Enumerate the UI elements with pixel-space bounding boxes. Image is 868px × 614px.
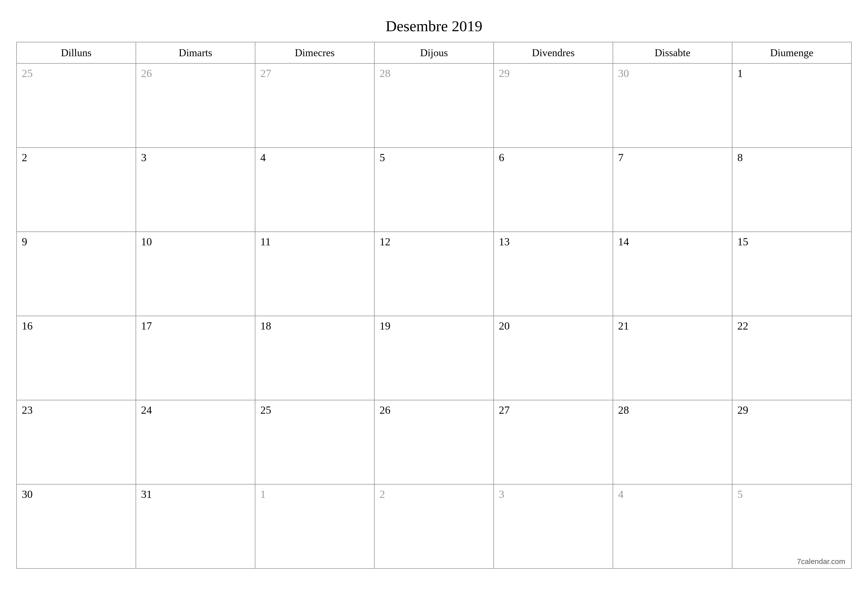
day-cell: 2 <box>17 148 136 232</box>
day-cell: 28 <box>374 64 494 148</box>
day-number: 25 <box>22 67 33 79</box>
day-number: 27 <box>499 404 510 416</box>
day-cell: 21 <box>613 316 732 400</box>
day-number: 13 <box>499 236 510 248</box>
day-number: 29 <box>737 404 748 416</box>
day-number: 31 <box>141 488 152 501</box>
week-row: 16171819202122 <box>17 316 851 400</box>
day-number: 28 <box>380 67 391 79</box>
day-number: 18 <box>260 320 271 332</box>
day-cell: 28 <box>613 400 732 484</box>
weekday-header: Dimarts <box>136 42 255 64</box>
weekday-header: Dijous <box>374 42 494 64</box>
day-cell: 5 <box>374 148 494 232</box>
weekday-header: Dissabte <box>613 42 732 64</box>
day-number: 2 <box>22 152 27 164</box>
day-cell: 2 <box>374 484 494 569</box>
day-cell: 27 <box>494 400 613 484</box>
day-cell: 22 <box>732 316 851 400</box>
weekday-header: Diumenge <box>732 42 851 64</box>
day-number: 6 <box>499 152 504 164</box>
day-cell: 1 <box>255 484 374 569</box>
day-cell: 3 <box>494 484 613 569</box>
day-cell: 10 <box>136 232 255 316</box>
day-cell: 57calendar.com <box>732 484 851 569</box>
day-number: 4 <box>618 488 623 501</box>
day-number: 2 <box>380 488 385 501</box>
day-cell: 17 <box>136 316 255 400</box>
day-cell: 9 <box>17 232 136 316</box>
day-cell: 13 <box>494 232 613 316</box>
day-number: 22 <box>737 320 748 332</box>
day-cell: 3 <box>136 148 255 232</box>
day-cell: 16 <box>17 316 136 400</box>
day-cell: 29 <box>494 64 613 148</box>
day-number: 15 <box>737 236 748 248</box>
day-cell: 6 <box>494 148 613 232</box>
week-row: 2345678 <box>17 148 851 232</box>
day-cell: 14 <box>613 232 732 316</box>
day-number: 3 <box>499 488 504 501</box>
week-row: 3031123457calendar.com <box>17 484 851 569</box>
day-number: 21 <box>618 320 629 332</box>
day-number: 26 <box>141 67 152 79</box>
day-cell: 25 <box>255 400 374 484</box>
day-cell: 1 <box>732 64 851 148</box>
day-number: 19 <box>380 320 391 332</box>
calendar-title: Desembre 2019 <box>16 17 852 35</box>
day-number: 24 <box>141 404 152 416</box>
weekday-header: Dimecres <box>255 42 374 64</box>
day-number: 30 <box>22 488 33 501</box>
week-row: 23242526272829 <box>17 400 851 484</box>
day-cell: 30 <box>613 64 732 148</box>
week-row: 9101112131415 <box>17 232 851 316</box>
day-cell: 31 <box>136 484 255 569</box>
day-cell: 23 <box>17 400 136 484</box>
calendar: Dilluns Dimarts Dimecres Dijous Divendre… <box>16 42 852 569</box>
day-number: 29 <box>499 67 510 79</box>
day-number: 4 <box>260 152 266 164</box>
day-cell: 27 <box>255 64 374 148</box>
weekday-header: Divendres <box>494 42 613 64</box>
day-number: 5 <box>737 488 743 501</box>
day-cell: 26 <box>374 400 494 484</box>
day-cell: 18 <box>255 316 374 400</box>
day-number: 14 <box>618 236 629 248</box>
day-number: 30 <box>618 67 629 79</box>
week-row: 2526272829301 <box>17 64 851 148</box>
day-cell: 7 <box>613 148 732 232</box>
day-number: 5 <box>380 152 385 164</box>
day-number: 26 <box>380 404 391 416</box>
day-number: 17 <box>141 320 152 332</box>
day-cell: 12 <box>374 232 494 316</box>
day-number: 25 <box>260 404 271 416</box>
footer-credit: 7calendar.com <box>797 557 845 566</box>
weekday-header-row: Dilluns Dimarts Dimecres Dijous Divendre… <box>17 42 851 64</box>
day-number: 12 <box>380 236 391 248</box>
day-number: 16 <box>22 320 33 332</box>
day-cell: 4 <box>613 484 732 569</box>
day-cell: 25 <box>17 64 136 148</box>
day-number: 27 <box>260 67 271 79</box>
day-number: 7 <box>618 152 623 164</box>
day-cell: 11 <box>255 232 374 316</box>
day-cell: 4 <box>255 148 374 232</box>
day-number: 3 <box>141 152 146 164</box>
day-number: 11 <box>260 236 271 248</box>
day-cell: 24 <box>136 400 255 484</box>
day-cell: 30 <box>17 484 136 569</box>
day-number: 1 <box>737 67 743 79</box>
day-cell: 8 <box>732 148 851 232</box>
day-number: 9 <box>22 236 27 248</box>
weekday-header: Dilluns <box>17 42 136 64</box>
day-cell: 29 <box>732 400 851 484</box>
day-number: 1 <box>260 488 266 501</box>
day-cell: 26 <box>136 64 255 148</box>
day-number: 20 <box>499 320 510 332</box>
day-cell: 20 <box>494 316 613 400</box>
day-cell: 19 <box>374 316 494 400</box>
day-number: 10 <box>141 236 152 248</box>
day-number: 8 <box>737 152 743 164</box>
day-cell: 15 <box>732 232 851 316</box>
day-number: 23 <box>22 404 33 416</box>
